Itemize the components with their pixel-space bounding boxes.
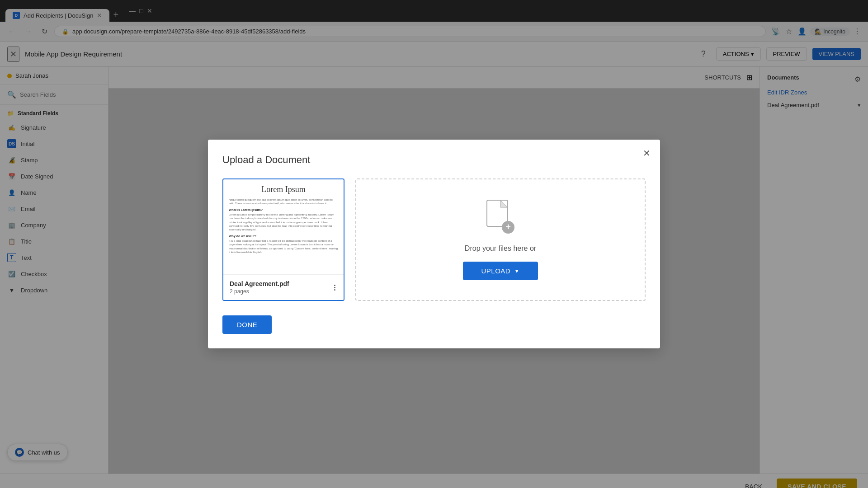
upload-button[interactable]: UPLOAD ▼ [463, 262, 538, 280]
upload-dropdown-icon: ▼ [514, 268, 519, 274]
menu-dot-1 [334, 285, 335, 286]
menu-dot-3 [334, 289, 335, 291]
upload-file-svg: + [485, 199, 516, 235]
doc-preview-subtitle2: Why do we use it? [229, 235, 338, 238]
document-card[interactable]: Lorem Ipsum Neque porro quisquam est, qu… [222, 178, 344, 301]
doc-filename: Deal Agreement.pdf [230, 280, 289, 287]
modal-close-button[interactable]: ✕ [640, 147, 653, 160]
upload-document-modal: Upload a Document ✕ Lorem Ipsum Neque po… [208, 140, 660, 348]
modal-body: Lorem Ipsum Neque porro quisquam est, qu… [222, 178, 646, 301]
doc-preview-body: Neque porro quisquam est, qui dolorem ip… [229, 198, 338, 206]
doc-preview-para2: It is a long established fact that a rea… [229, 239, 338, 254]
upload-drop-text: Drop your files here or [465, 244, 536, 253]
svg-text:+: + [505, 222, 511, 232]
doc-card-footer: Deal Agreement.pdf 2 pages [223, 274, 344, 300]
doc-menu-button[interactable] [332, 283, 337, 292]
doc-info: Deal Agreement.pdf 2 pages [230, 280, 289, 295]
doc-pages: 2 pages [230, 288, 289, 295]
doc-preview-para1: Lorem Ipsum is simply dummy text of the … [229, 213, 338, 232]
upload-label: UPLOAD [481, 267, 510, 275]
menu-dot-2 [334, 287, 335, 288]
modal-title: Upload a Document [222, 154, 646, 166]
modal-overlay: Upload a Document ✕ Lorem Ipsum Neque po… [0, 0, 868, 488]
done-button[interactable]: DONE [222, 315, 272, 334]
doc-preview-title: Lorem Ipsum [229, 185, 338, 194]
doc-preview: Lorem Ipsum Neque porro quisquam est, qu… [223, 179, 344, 274]
upload-file-icon-container: + [485, 199, 516, 235]
upload-area[interactable]: + Drop your files here or UPLOAD ▼ [355, 178, 646, 301]
doc-preview-subtitle1: What is Lorem Ipsum? [229, 208, 338, 211]
